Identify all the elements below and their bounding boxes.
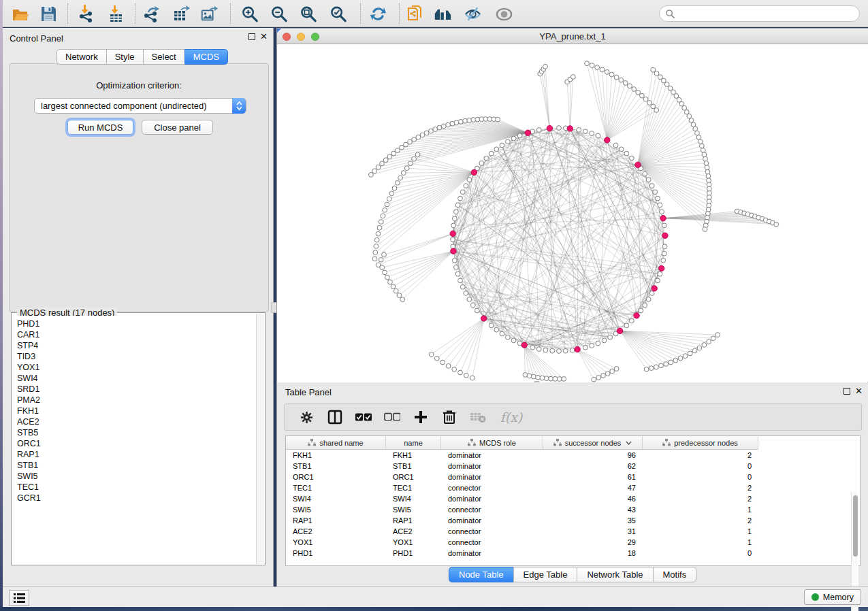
column-header-successor-nodes[interactable]: successor nodes <box>543 436 643 449</box>
function-builder-icon[interactable]: f(x) <box>498 409 524 425</box>
mcds-result-item[interactable]: SWI5 <box>17 471 256 482</box>
memory-button[interactable]: Memory <box>804 589 861 605</box>
mcds-tab-content: Optimization criterion: largest connecte… <box>9 63 269 312</box>
float-panel-icon[interactable] <box>248 33 255 40</box>
export-table-icon[interactable] <box>172 5 191 23</box>
column-header-predecessor-nodes[interactable]: predecessor nodes <box>643 436 758 449</box>
memory-status-icon <box>811 593 819 601</box>
network-canvas[interactable] <box>277 44 867 382</box>
zoom-selected-icon[interactable] <box>329 5 348 23</box>
save-session-icon[interactable] <box>39 5 58 23</box>
table-settings-icon[interactable] <box>298 409 315 425</box>
table-cell: 1 <box>643 506 758 514</box>
mcds-result-item[interactable]: FKH1 <box>17 406 256 416</box>
show-graphics-details-icon[interactable] <box>495 5 513 23</box>
search-input[interactable] <box>675 9 859 18</box>
zoom-in-icon[interactable] <box>241 5 259 23</box>
mcds-result-item[interactable]: TEC1 <box>17 482 256 493</box>
tab-motifs[interactable]: Motifs <box>653 567 697 582</box>
mcds-result-item[interactable]: STB5 <box>17 427 256 438</box>
birds-eye-view-icon[interactable] <box>434 5 452 23</box>
import-table-icon[interactable] <box>107 5 125 23</box>
table-cell: connector <box>441 538 543 546</box>
mcds-result-item[interactable]: SRD1 <box>17 384 256 395</box>
table-row[interactable]: ACE2ACE2connector311 <box>286 526 860 537</box>
network-title: YPA_prune.txt_1 <box>277 31 868 42</box>
show-columns-icon[interactable] <box>327 409 343 425</box>
table-row[interactable]: RAP1RAP1dominator352 <box>286 515 860 526</box>
mcds-result-item[interactable]: CAR1 <box>17 329 256 340</box>
mcds-result-item[interactable]: SWI4 <box>17 373 256 384</box>
table-cell: YOX1 <box>286 538 386 546</box>
task-history-button[interactable] <box>9 590 29 606</box>
refresh-layout-icon[interactable] <box>369 5 387 23</box>
node-table[interactable]: shared namenameMCDS rolesuccessor nodesp… <box>285 435 861 566</box>
export-image-icon[interactable] <box>200 5 219 23</box>
tab-style[interactable]: Style <box>106 49 144 65</box>
import-network-icon[interactable] <box>77 5 95 23</box>
mcds-result-item[interactable]: STP4 <box>17 340 256 351</box>
column-header-name[interactable]: name <box>386 436 441 449</box>
tab-select[interactable]: Select <box>143 49 185 65</box>
table-cell: STB1 <box>286 462 386 470</box>
destroy-table-icon[interactable] <box>470 409 486 425</box>
table-row[interactable]: ORC1ORC1dominator610 <box>286 472 860 482</box>
table-cell: dominator <box>441 549 543 557</box>
mcds-result-item[interactable]: PMA2 <box>17 395 256 406</box>
run-mcds-button[interactable]: Run MCDS <box>67 120 133 135</box>
column-header-MCDS-role[interactable]: MCDS role <box>441 436 543 449</box>
mcds-result-item[interactable]: RAP1 <box>17 449 256 460</box>
tab-node-table[interactable]: Node Table <box>449 567 514 582</box>
table-cell: RAP1 <box>386 516 441 525</box>
control-panel: Control Panel ✕ Optimization criterion: … <box>3 28 274 587</box>
mcds-result-item[interactable]: STB1 <box>17 460 256 471</box>
hide-graphics-details-icon[interactable] <box>464 5 482 23</box>
table-row[interactable]: TEC1TEC1connector472 <box>286 482 860 493</box>
table-row[interactable]: FKH1FKH1dominator962 <box>286 450 860 461</box>
close-panel-button[interactable]: Close panel <box>142 120 213 135</box>
column-header-shared-name[interactable]: shared name <box>286 436 386 449</box>
table-row[interactable]: SWI5SWI5connector431 <box>286 504 860 515</box>
table-cell: connector <box>441 506 543 514</box>
table-cell: PHD1 <box>286 549 386 557</box>
mcds-result-item[interactable]: PHD1 <box>17 318 256 329</box>
criterion-dropdown[interactable]: largest connected component (undirected) <box>34 98 246 114</box>
mcds-result-list[interactable]: PHD1CAR1STP4TID3YOX1SWI4SRD1PMA2FKH1ACE2… <box>12 316 256 564</box>
table-row[interactable]: PHD1PHD1dominator180 <box>286 548 860 559</box>
table-panel-tabs: Node Table Edge Table Network Table Moti… <box>449 567 696 582</box>
tab-edge-table[interactable]: Edge Table <box>513 567 578 582</box>
dropdown-stepper-icon <box>232 98 246 114</box>
export-network-icon[interactable] <box>142 5 161 23</box>
float-panel-icon[interactable] <box>843 388 850 395</box>
table-row[interactable]: YOX1YOX1connector291 <box>286 537 860 548</box>
zoom-out-icon[interactable] <box>270 5 289 23</box>
shared-column-icon <box>308 439 316 446</box>
tab-network[interactable]: Network <box>57 49 107 65</box>
optimization-criterion-label: Optimization criterion: <box>10 80 268 90</box>
mcds-result-item[interactable]: ORC1 <box>17 438 256 449</box>
mcds-result-item[interactable]: GCR1 <box>17 493 256 503</box>
mcds-result-item[interactable]: TID3 <box>17 351 256 362</box>
open-file-icon[interactable] <box>11 5 29 23</box>
mcds-list-scrollbar[interactable] <box>256 314 264 564</box>
select-all-icon[interactable] <box>355 409 372 425</box>
mcds-result-item[interactable]: YOX1 <box>17 362 256 373</box>
desktop-wallpaper-bottom <box>0 607 868 611</box>
delete-columns-icon[interactable] <box>441 409 457 425</box>
tab-mcds[interactable]: MCDS <box>184 49 228 65</box>
share-network-icon[interactable] <box>406 5 424 23</box>
table-row[interactable]: SWI4SWI4dominator462 <box>286 493 860 504</box>
scrollbar-thumb[interactable] <box>853 495 858 557</box>
table-row[interactable]: STB1STB1dominator620 <box>286 461 860 472</box>
table-cell: connector <box>441 484 543 492</box>
tab-network-table[interactable]: Network Table <box>577 567 653 582</box>
unselect-all-icon[interactable] <box>384 409 400 425</box>
mcds-result-item[interactable]: ACE2 <box>17 416 256 427</box>
zoom-fit-icon[interactable] <box>300 5 318 23</box>
table-cell: 61 <box>543 473 643 481</box>
network-window-titlebar[interactable]: YPA_prune.txt_1 <box>277 29 868 44</box>
close-panel-icon[interactable]: ✕ <box>855 388 863 395</box>
add-column-icon[interactable] <box>413 409 429 425</box>
close-panel-icon[interactable]: ✕ <box>260 33 268 40</box>
search-box[interactable] <box>659 5 860 22</box>
